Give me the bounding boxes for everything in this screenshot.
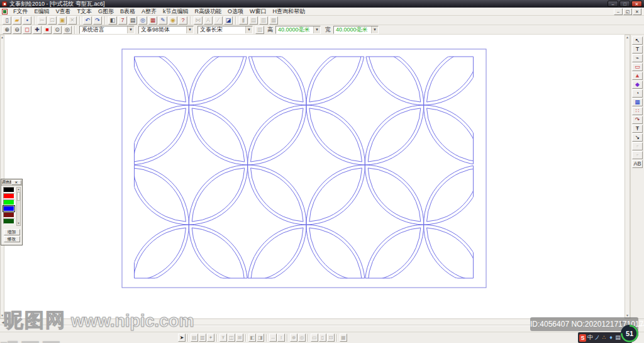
shape-tool[interactable]: ▲ — [632, 72, 643, 80]
align-distribute-button[interactable]: ▦ — [269, 16, 278, 25]
help-button[interactable]: ? — [179, 16, 187, 25]
slant-button[interactable]: ∕ — [214, 16, 223, 25]
select-tool[interactable]: ↖ — [632, 37, 643, 45]
flip-h-button[interactable]: ◧ — [248, 334, 256, 342]
ungroup-tool[interactable]: ▫ — [632, 151, 643, 159]
simulate-button[interactable]: ◉ — [169, 16, 177, 25]
menu-item-3[interactable]: T文本 — [74, 8, 96, 16]
minimize-button[interactable]: – — [608, 1, 618, 7]
menu-item-7[interactable]: k节点编辑 — [160, 8, 192, 16]
print-preview-button[interactable]: ◎ — [138, 16, 147, 25]
align-bot-button[interactable]: ⊞ — [236, 334, 243, 342]
color-swatch-0[interactable] — [3, 187, 14, 193]
zoom-in-button[interactable]: ⊕ — [3, 26, 11, 34]
menu-item-2[interactable]: V查看 — [53, 8, 74, 16]
mic-icon[interactable]: ♦ — [608, 334, 614, 342]
add-color-button[interactable]: 增加 — [4, 229, 20, 235]
scroll-down-icon[interactable]: ▼ — [17, 222, 20, 225]
menu-item-10[interactable]: W窗口 — [247, 8, 270, 16]
pan-button[interactable]: ✚ — [33, 26, 42, 34]
align-center-button[interactable]: ▤ — [249, 16, 258, 25]
zoom-tool[interactable]: ◔ — [632, 89, 643, 98]
order-tool[interactable]: ↘ — [632, 133, 643, 142]
copy-button[interactable]: ⊡ — [48, 16, 57, 25]
canvas-workspace[interactable]: ▲ ▼ ▲ ▼ ↖T⌁▭▲◆◔▦∷↷Ŧ↘▫▫AB — [0, 35, 644, 318]
color-swatch-1[interactable] — [3, 193, 14, 199]
mirror-button[interactable]: 7 — [118, 16, 127, 25]
group-tool[interactable]: ▫ — [632, 142, 643, 150]
font-style-combo[interactable]: 文泰长宋▼ — [197, 26, 253, 34]
size-1-button[interactable]: ▭ — [311, 334, 318, 342]
center-obj-button[interactable]: ◎ — [298, 334, 306, 342]
palette-title-bar[interactable]: 调色板 ✕ — [1, 179, 22, 186]
menu-item-0[interactable]: F文件 — [10, 8, 31, 16]
font-combo[interactable]: 文泰98简体▼ — [138, 26, 194, 34]
skew-button[interactable]: ◧ — [108, 16, 117, 25]
scroll-up-icon[interactable]: ▲ — [1, 35, 4, 40]
color-swatch-2[interactable] — [3, 200, 14, 205]
chevron-down-icon[interactable]: ▼ — [186, 26, 193, 33]
chevron-down-icon[interactable]: ▼ — [313, 26, 320, 33]
zoom-out-button[interactable]: ⊖ — [13, 26, 21, 34]
kerning-button[interactable]: ▥ — [255, 26, 264, 34]
moon-icon[interactable]: ノ — [594, 334, 600, 342]
align-top-button[interactable]: Ŧ — [219, 334, 227, 342]
lang-chinese-icon[interactable]: 中 — [587, 334, 593, 342]
rect-tool[interactable]: ▭ — [632, 63, 643, 71]
curve-tool[interactable]: ↷ — [632, 116, 643, 124]
color-swatch-5[interactable] — [3, 218, 14, 224]
maximize-button[interactable]: □ — [619, 1, 630, 7]
color-dots-tool[interactable]: ∷ — [632, 107, 643, 115]
flip-v-button[interactable]: ◨ — [257, 334, 264, 342]
save-button[interactable]: ▪ — [23, 16, 31, 25]
menu-item-1[interactable]: E编辑 — [31, 8, 53, 16]
menu-item-9[interactable]: O选项 — [225, 8, 247, 16]
draw-button[interactable]: ✎ — [158, 16, 167, 25]
print-button[interactable]: ▤ — [128, 16, 137, 25]
text-tool[interactable]: T — [632, 45, 643, 53]
fill-tool[interactable]: ◆ — [632, 81, 643, 89]
zoom-page-button[interactable]: ◎ — [63, 26, 72, 34]
menu-item-4[interactable]: G图形 — [95, 8, 117, 16]
close-icon[interactable]: ✕ — [11, 180, 22, 185]
fill-color-button[interactable]: ■ — [43, 26, 52, 34]
text-outline-button[interactable]: A — [204, 16, 213, 25]
mdi-minimize-button[interactable]: – — [614, 8, 623, 15]
undo-button[interactable]: ↶ — [83, 16, 92, 25]
sogou-logo-icon[interactable]: S — [579, 334, 586, 342]
height-field[interactable]: 40.0000毫米 ▼ — [275, 26, 321, 34]
redo-button[interactable]: ↷ — [93, 16, 102, 25]
left-vertical-scrollbar[interactable]: ▲ ▼ — [0, 35, 4, 318]
arrange-2-button[interactable]: ▥ — [199, 334, 206, 342]
weld-button[interactable]: ⋈ — [194, 16, 203, 25]
right-vertical-scrollbar[interactable]: ▲ ▼ — [625, 35, 630, 318]
chevron-down-icon[interactable]: ▼ — [245, 26, 252, 33]
align-right-button[interactable]: ▥ — [259, 16, 268, 25]
arrange-1-button[interactable]: ▤ — [191, 334, 198, 342]
modify-color-button[interactable]: 修改 — [4, 236, 20, 242]
new-button[interactable]: ▯ — [3, 16, 11, 25]
node-edit-button[interactable]: ◪ — [224, 16, 233, 25]
ab-tool[interactable]: AB — [632, 160, 643, 168]
scroll-up-icon[interactable]: ▲ — [17, 188, 20, 191]
mdi-restore-button[interactable]: ◱ — [623, 8, 632, 15]
palette-scrollbar[interactable]: ▲ ▼ — [16, 187, 21, 226]
align-mid-button[interactable]: ◫ — [228, 334, 235, 342]
symbols-icon[interactable]: ∴ — [601, 334, 607, 342]
template-button[interactable]: ▦ — [148, 16, 157, 25]
paste-button[interactable]: ▣ — [58, 16, 67, 25]
grid-snap-button[interactable]: ▦ — [340, 334, 347, 342]
color-swatch-3[interactable] — [3, 206, 14, 211]
align-left-button[interactable]: ▮ — [239, 16, 248, 25]
mdi-close-button[interactable]: ✕ — [633, 8, 641, 15]
width-field[interactable]: 40.0000毫米 ▼ — [333, 26, 379, 34]
open-button[interactable]: ▰ — [13, 16, 21, 25]
menu-item-11[interactable]: H查询和帮助 — [270, 8, 309, 16]
capture-percent-badge[interactable]: 51 — [620, 324, 639, 343]
close-button[interactable]: ✕ — [631, 1, 642, 7]
menu-item-5[interactable]: B表格 — [117, 8, 138, 16]
size-2-button[interactable]: ▯ — [319, 334, 326, 342]
space-v-button[interactable]: ↕ — [277, 334, 285, 342]
menu-item-6[interactable]: A整齐 — [138, 8, 160, 16]
chevron-down-icon[interactable]: ▼ — [371, 26, 378, 33]
